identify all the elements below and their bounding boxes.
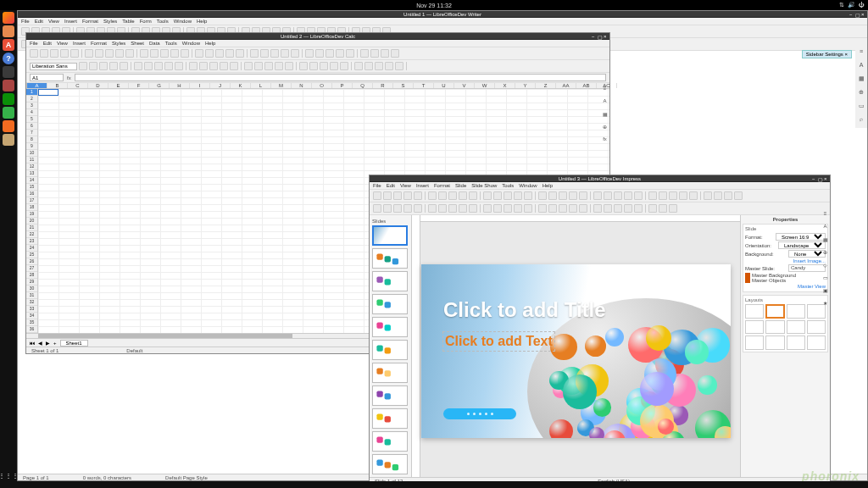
toolbar-button[interactable] <box>548 191 557 200</box>
maximize-icon[interactable]: ▢ <box>855 12 860 16</box>
menu-file[interactable]: File <box>373 183 381 188</box>
toolbar-button[interactable] <box>370 49 379 58</box>
toolbar-button[interactable] <box>154 62 163 70</box>
column-header[interactable]: L <box>251 83 271 88</box>
toolbar-button[interactable] <box>428 191 437 200</box>
menu-file[interactable]: File <box>30 41 38 46</box>
toolbar-button[interactable] <box>385 62 393 70</box>
menu-format[interactable]: Format <box>434 183 450 188</box>
toolbar-button[interactable] <box>95 49 103 58</box>
writer-sidebar-settings[interactable]: Sidebar Settings × <box>802 50 852 58</box>
menu-edit[interactable]: Edit <box>43 41 52 46</box>
status-sel[interactable]: Default <box>126 348 142 353</box>
toolbar-button[interactable] <box>559 191 567 200</box>
row-header[interactable]: 3 <box>26 103 37 109</box>
toolbar-button[interactable] <box>669 204 677 213</box>
row-header[interactable]: 4 <box>26 109 37 116</box>
toolbar-button[interactable] <box>459 204 467 213</box>
layout-option[interactable] <box>745 304 764 319</box>
toolbar-button[interactable] <box>373 191 381 200</box>
row-header[interactable]: 34 <box>26 313 37 319</box>
column-header[interactable]: W <box>475 83 495 88</box>
toolbar-button[interactable] <box>215 49 224 58</box>
toolbar-button[interactable] <box>734 191 743 200</box>
menu-file[interactable]: File <box>21 19 30 24</box>
close-icon[interactable]: × <box>844 52 848 57</box>
toolbar-button[interactable] <box>60 49 69 58</box>
toolbar-button[interactable] <box>125 49 134 58</box>
system-tray[interactable]: ⇅ 🔊 ⏻ <box>839 2 865 8</box>
row-header[interactable]: 18 <box>26 204 37 211</box>
toolbar-button[interactable] <box>504 191 512 200</box>
toolbar-button[interactable] <box>346 49 354 58</box>
row-header[interactable]: 9 <box>26 143 37 150</box>
toolbar-button[interactable] <box>175 62 183 70</box>
slide-thumbnail[interactable] <box>372 294 408 314</box>
toolbar-button[interactable] <box>285 62 293 70</box>
toolbar-button[interactable] <box>236 49 244 58</box>
toolbar-button[interactable] <box>624 191 632 200</box>
menu-help[interactable]: Help <box>205 41 215 46</box>
toolbar-button[interactable] <box>403 204 412 213</box>
toolbar-button[interactable] <box>340 62 348 70</box>
slide-thumbnail[interactable] <box>372 454 408 474</box>
toolbar-button[interactable] <box>254 62 263 70</box>
dock-app-green1-icon[interactable] <box>3 93 14 105</box>
toolbar-button[interactable] <box>634 191 643 200</box>
impress-window[interactable]: Untitled 3 — LibreOfficeDev Impress − ▢ … <box>369 175 831 485</box>
menu-help[interactable]: Help <box>542 183 553 188</box>
toolbar-button[interactable] <box>85 49 93 58</box>
row-header[interactable]: 27 <box>26 265 37 272</box>
sidebar-styles-icon[interactable]: A <box>601 98 609 106</box>
column-header[interactable]: E <box>108 83 129 88</box>
menu-styles[interactable]: Styles <box>112 41 125 46</box>
active-cell[interactable] <box>38 89 58 96</box>
toolbar-button[interactable] <box>373 204 381 213</box>
layout-option[interactable] <box>787 336 805 350</box>
menu-tools[interactable]: Tools <box>502 183 514 188</box>
status-words[interactable]: 0 words, 0 characters <box>83 475 131 480</box>
toolbar-button[interactable] <box>438 191 447 200</box>
column-header[interactable]: K <box>231 83 251 88</box>
row-header[interactable]: 35 <box>26 319 37 326</box>
row-header[interactable]: 13 <box>26 170 37 177</box>
toolbar-button[interactable] <box>275 62 283 70</box>
row-header[interactable]: 7 <box>26 130 37 136</box>
toolbar-button[interactable] <box>309 62 318 70</box>
row-header[interactable]: 25 <box>26 252 37 258</box>
row-header[interactable]: 14 <box>26 177 37 184</box>
menu-format[interactable]: Format <box>91 41 107 46</box>
toolbar-button[interactable] <box>391 49 399 58</box>
minimize-icon[interactable]: − <box>849 12 854 16</box>
toolbar-button[interactable] <box>669 191 677 200</box>
scrollbar-thumb[interactable] <box>38 334 292 338</box>
writer-titlebar[interactable]: Untitled 1 — LibreOfficeDev Writer − ▢ × <box>18 11 867 18</box>
toolbar-button[interactable] <box>225 49 234 58</box>
row-header[interactable]: 24 <box>26 245 37 252</box>
menu-insert[interactable]: Insert <box>64 19 77 24</box>
toolbar-button[interactable] <box>260 49 269 58</box>
column-header[interactable]: AB <box>576 83 597 88</box>
calc-titlebar[interactable]: Untitled 2 — LibreOfficeDev Calc − ▢ × <box>26 33 609 40</box>
toolbar-button[interactable] <box>448 204 457 213</box>
dock-app-tan-icon[interactable] <box>3 134 14 146</box>
toolbar-button[interactable] <box>354 62 363 70</box>
toolbar-button[interactable] <box>195 49 203 58</box>
dock-files-icon[interactable] <box>3 25 14 37</box>
toolbar-button[interactable] <box>134 62 142 70</box>
toolbar-button[interactable] <box>364 62 373 70</box>
row-header[interactable]: 31 <box>26 292 37 299</box>
toolbar-button[interactable] <box>524 204 532 213</box>
dock-app-red-icon[interactable] <box>3 80 14 92</box>
slide-thumbnail[interactable] <box>372 225 408 246</box>
master-objects-checkbox[interactable] <box>745 278 750 283</box>
layout-option[interactable] <box>787 320 805 335</box>
toolbar-button[interactable] <box>448 191 457 200</box>
sidebar-navigator-icon[interactable]: ⊕ <box>601 124 609 131</box>
menu-sheet[interactable]: Sheet <box>131 41 144 46</box>
toolbar-button[interactable] <box>105 49 114 58</box>
menu-insert[interactable]: Insert <box>416 183 429 188</box>
toolbar-button[interactable] <box>493 191 502 200</box>
row-header[interactable]: 26 <box>26 258 37 265</box>
toolbar-button[interactable] <box>89 62 97 70</box>
